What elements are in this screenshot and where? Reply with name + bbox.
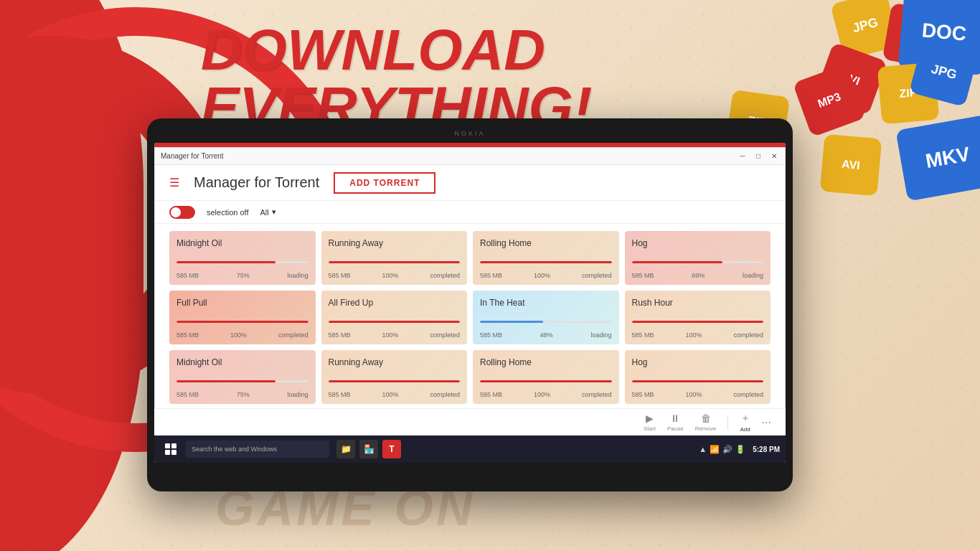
selection-toggle[interactable] [169,206,195,219]
torrent-status: completed [278,331,308,339]
torrent-grid: Midnight Oil585 MB75%loadingRunning Away… [155,224,785,434]
torrent-percent: 100% [534,272,550,279]
torrent-card-info: 585 MB100%completed [632,331,764,339]
file-explorer-icon[interactable]: 📁 [336,440,355,458]
add-label: Add [740,426,750,433]
torrent-percent: 48% [540,331,553,339]
app-window: Manager for Torrent ─ □ ✕ ☰ Manager for … [154,147,786,435]
filter-dropdown[interactable]: All ▾ [260,207,276,217]
badge-mkv: MKV [895,114,980,201]
torrent-percent: 100% [230,331,247,339]
hamburger-menu-icon[interactable]: ☰ [169,176,179,189]
torrent-size: 585 MB [632,272,654,279]
torrent-app-icon[interactable]: T [382,440,401,458]
torrent-size: 585 MB [329,331,351,339]
torrent-progress-bar [176,380,308,382]
torrent-percent: 75% [237,272,250,279]
torrent-card-info: 585 MB100%completed [176,331,308,339]
torrent-name: All Fired Up [329,298,461,308]
tray-chevron-icon[interactable]: ▲ [699,445,707,453]
torrent-progress-bar [632,380,764,382]
torrent-card-info: 585 MB100%completed [480,272,612,279]
torrent-name: Midnight Oil [176,238,308,248]
tablet-screen: Manager for Torrent ─ □ ✕ ☰ Manager for … [154,143,786,463]
torrent-card[interactable]: Midnight Oil585 MB75%loading [169,350,316,404]
torrent-status: loading [287,391,308,398]
app-toolbar: selection off All ▾ [155,201,785,224]
torrent-size: 585 MB [176,391,199,398]
torrent-status: completed [430,331,460,339]
badge-avi3: AVI [820,134,882,197]
torrent-card[interactable]: Hog585 MB100%completed [625,350,771,404]
torrent-name: Hog [632,238,764,248]
torrent-name: Rolling Home [480,357,612,367]
taskbar-search[interactable]: Search the web and Windows [186,441,329,458]
torrent-card[interactable]: Hog585 MB69%loading [625,231,771,285]
torrent-card-info: 585 MB48%loading [480,331,612,339]
torrent-progress-bar [480,380,612,382]
more-options-icon[interactable]: ··· [762,416,771,429]
torrent-size: 585 MB [176,272,199,279]
torrent-card[interactable]: Rolling Home585 MB100%completed [473,350,619,404]
remove-icon: 🗑 [701,413,711,424]
torrent-size: 585 MB [480,272,502,279]
torrent-progress-bar [329,261,461,263]
torrent-progress-bar [329,321,461,323]
remove-button[interactable]: 🗑 Remove [695,413,717,432]
torrent-card-info: 585 MB75%loading [176,272,308,279]
pause-button[interactable]: ⏸ Pause [667,413,684,432]
volume-icon[interactable]: 🔊 [722,445,732,454]
window-title-text: Manager for Torrent [161,152,738,160]
torrent-size: 585 MB [329,272,351,279]
headline-line1: DOWNLOAD [201,22,592,79]
add-button[interactable]: ＋ Add [740,412,750,433]
torrent-percent: 100% [382,272,398,279]
start-menu-button[interactable] [160,438,182,460]
torrent-status: loading [287,272,308,279]
app-title-text: Manager for Torrent [194,174,319,191]
torrent-progress-fill [176,380,275,382]
store-icon[interactable]: 🏪 [359,440,378,458]
torrent-size: 585 MB [632,391,654,398]
torrent-card-info: 585 MB69%loading [632,272,764,279]
torrent-card[interactable]: Rush Hour585 MB100%completed [625,291,771,344]
torrent-progress-fill [632,321,764,323]
torrent-name: Midnight Oil [176,357,308,367]
torrent-card[interactable]: Full Pull585 MB100%completed [169,291,316,344]
taskbar-search-placeholder: Search the web and Windows [192,446,277,453]
selection-label: selection off [207,208,249,217]
torrent-percent: 100% [685,391,702,398]
torrent-card-info: 585 MB100%completed [329,391,461,398]
tablet-brand-label: NOKIA [454,130,485,137]
torrent-percent: 75% [237,391,250,398]
torrent-status: completed [430,391,460,398]
start-button[interactable]: ▶ Start [644,413,656,432]
tablet-top-bar: NOKIA [154,127,786,140]
maximize-button[interactable]: □ [753,151,763,161]
wifi-icon[interactable]: 📶 [710,445,720,454]
torrent-progress-bar [176,261,308,263]
torrent-card[interactable]: Running Away585 MB100%completed [321,231,468,285]
torrent-name: Hog [632,357,764,367]
app-header: ☰ Manager for Torrent ADD TORRENT [155,165,785,201]
taskbar-clock: 5:28 PM [753,446,780,453]
torrent-progress-fill [480,321,543,323]
torrent-progress-fill [329,380,461,382]
torrent-size: 585 MB [176,331,199,339]
taskbar-pinned-icons: 📁 🏪 T [336,440,401,458]
torrent-progress-fill [480,261,612,263]
add-torrent-button[interactable]: ADD TORRENT [334,172,435,194]
torrent-card[interactable]: Midnight Oil585 MB75%loading [169,231,316,285]
torrent-card[interactable]: In The Heat585 MB48%loading [473,291,619,344]
torrent-card[interactable]: Running Away585 MB100%completed [321,350,468,404]
add-icon: ＋ [740,412,750,425]
battery-icon[interactable]: 🔋 [735,445,745,454]
torrent-card-info: 585 MB100%completed [632,391,764,398]
torrent-name: Running Away [329,238,461,248]
close-button[interactable]: ✕ [769,151,779,161]
torrent-card[interactable]: All Fired Up585 MB100%completed [321,291,468,344]
tablet-device: NOKIA Manager for Torrent ─ □ ✕ ☰ [147,118,793,491]
torrent-card[interactable]: Rolling Home585 MB100%completed [473,231,619,285]
minimize-button[interactable]: ─ [738,151,748,161]
torrent-percent: 100% [382,391,398,398]
